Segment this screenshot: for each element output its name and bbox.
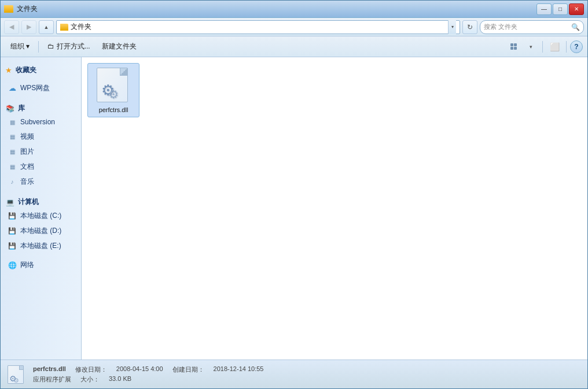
forward-button[interactable]: ▶: [21, 20, 36, 34]
sidebar: ★ 收藏夹 ☁ WPS网盘 📚 库: [1, 57, 82, 360]
computer-icon: 💻: [5, 198, 14, 207]
diskD-label: 本地磁盘 (D:): [20, 226, 61, 236]
view-button[interactable]: [505, 39, 521, 55]
subversion-label: Subversion: [20, 118, 55, 126]
toolbar: 组织 ▾ 🗀 打开方式... 新建文件夹 ▾ ⬜ ?: [1, 36, 587, 57]
address-text: 文件夹: [71, 22, 446, 32]
close-button[interactable]: ✕: [569, 3, 584, 15]
image-icon: ▦: [8, 147, 17, 157]
diskD-icon: 💾: [8, 227, 17, 236]
subversion-icon: ▦: [8, 117, 17, 127]
address-dropdown-btn[interactable]: ▾: [448, 20, 456, 34]
diskC-label: 本地磁盘 (C:): [20, 211, 61, 221]
cloud-icon: ☁: [8, 84, 17, 93]
search-placeholder: 搜索 文件夹: [484, 23, 568, 31]
status-file-icon: ⚙ ⚙: [8, 365, 26, 384]
search-button[interactable]: 🔍: [571, 23, 580, 32]
address-bar: ◀ ▶ ▲ 文件夹 ▾ ↻ 搜索 文件夹 🔍: [1, 18, 587, 36]
help-button[interactable]: ?: [570, 40, 583, 53]
view-dropdown-btn[interactable]: ▾: [523, 39, 539, 55]
sidebar-computer-header: 💻 计算机: [1, 194, 81, 208]
star-icon: ★: [5, 66, 12, 75]
minimize-button[interactable]: —: [536, 3, 552, 15]
video-icon: ▦: [8, 132, 17, 142]
status-filename: perfctrs.dll: [33, 365, 66, 374]
open-with-button[interactable]: 🗀 打开方式...: [42, 39, 95, 55]
address-folder-icon: [60, 24, 68, 31]
main-area: ★ 收藏夹 ☁ WPS网盘 📚 库: [1, 57, 587, 360]
status-meta-top: perfctrs.dll 修改日期： 2008-04-15 4:00 创建日期：…: [33, 365, 263, 374]
sidebar-item-subversion[interactable]: ▦ Subversion: [3, 115, 79, 129]
status-bar: ⚙ ⚙ perfctrs.dll 修改日期： 2008-04-15 4:00 创…: [1, 360, 587, 388]
status-gear2: ⚙: [13, 377, 19, 384]
sidebar-wps-section: ☁ WPS网盘: [1, 81, 81, 95]
sidebar-computer-section: 💻 计算机 💾 本地磁盘 (C:) 💾 本地磁盘 (D:): [1, 194, 81, 253]
sidebar-item-diskC[interactable]: 💾 本地磁盘 (C:): [3, 209, 79, 223]
back-button[interactable]: ◀: [4, 20, 19, 34]
music-label: 音乐: [20, 177, 34, 187]
sidebar-item-diskD[interactable]: 💾 本地磁盘 (D:): [3, 224, 79, 238]
diskC-icon: 💾: [8, 212, 17, 221]
status-info: perfctrs.dll 修改日期： 2008-04-15 4:00 创建日期：…: [33, 365, 263, 384]
status-modified-date: 2008-04-15 4:00: [116, 365, 163, 374]
organize-button[interactable]: 组织 ▾: [5, 39, 35, 55]
music-icon: ♪: [8, 177, 17, 187]
status-size-label: 大小：: [80, 375, 100, 384]
sidebar-item-video[interactable]: ▦ 视频: [3, 129, 79, 144]
status-created-label: 创建日期：: [172, 365, 204, 374]
file-name: perfctrs.dll: [99, 106, 128, 113]
sidebar-favorites-header: ★ 收藏夹: [1, 62, 81, 76]
sidebar-item-doc[interactable]: ▦ 文档: [3, 160, 79, 174]
computer-label: 计算机: [18, 197, 39, 207]
sidebar-item-diskE[interactable]: 💾 本地磁盘 (E:): [3, 239, 79, 253]
explorer-window: 文件夹 — □ ✕ ◀ ▶ ▲ 文件夹 ▾ ↻ 搜索 文件夹 🔍 组织 ▾ 🗀 …: [0, 0, 588, 389]
image-label: 图片: [20, 147, 34, 157]
sidebar-item-network[interactable]: 🌐 网络: [3, 258, 79, 272]
library-label: 库: [18, 103, 25, 113]
pane-button[interactable]: ⬜: [546, 39, 563, 55]
status-meta-bottom: 应用程序扩展 大小： 33.0 KB: [33, 375, 263, 384]
status-created-date: 2018-12-14 10:55: [214, 365, 264, 374]
title-bar: 文件夹 — □ ✕: [1, 1, 587, 18]
new-folder-button[interactable]: 新建文件夹: [97, 39, 142, 55]
favorites-label: 收藏夹: [16, 65, 36, 75]
content-area: ⚙ ⚙ perfctrs.dll: [82, 57, 587, 360]
sidebar-item-image[interactable]: ▦ 图片: [3, 145, 79, 159]
maximize-button[interactable]: □: [553, 3, 568, 15]
dll-file-icon: ⚙ ⚙: [97, 68, 130, 103]
window-title: 文件夹: [17, 4, 38, 14]
toolbar-sep-1: [38, 41, 39, 53]
video-label: 视频: [20, 132, 34, 142]
window-controls: — □ ✕: [536, 3, 584, 15]
toolbar-sep-2: [542, 41, 543, 53]
file-icon-container: ⚙ ⚙: [95, 67, 132, 104]
sidebar-item-wps[interactable]: ☁ WPS网盘: [3, 81, 79, 95]
address-path[interactable]: 文件夹 ▾: [56, 20, 460, 34]
sidebar-item-music[interactable]: ♪ 音乐: [3, 175, 79, 189]
sidebar-library-header: 📚 库: [1, 100, 81, 114]
title-folder-icon: [4, 5, 13, 13]
up-button[interactable]: ▲: [39, 20, 54, 34]
sidebar-library-section: 📚 库 ▦ Subversion ▦ 视频: [1, 100, 81, 189]
sidebar-favorites-section: ★ 收藏夹: [1, 62, 81, 76]
doc-icon: ▦: [8, 162, 17, 172]
library-icon: 📚: [5, 104, 14, 113]
gear2-icon: ⚙: [108, 88, 119, 100]
status-type: 应用程序扩展: [33, 375, 71, 384]
diskE-label: 本地磁盘 (E:): [20, 241, 61, 251]
status-modified-label: 修改日期：: [75, 365, 107, 374]
network-label: 网络: [20, 260, 34, 270]
file-item-perfctrs[interactable]: ⚙ ⚙ perfctrs.dll: [87, 63, 139, 117]
search-box: 搜索 文件夹 🔍: [480, 20, 584, 34]
diskE-icon: 💾: [8, 242, 17, 251]
title-bar-left: 文件夹: [4, 4, 38, 14]
toolbar-sep-3: [566, 41, 567, 53]
doc-label: 文档: [20, 162, 34, 172]
refresh-button[interactable]: ↻: [462, 20, 477, 34]
network-icon: 🌐: [8, 261, 17, 270]
sidebar-network-section: 🌐 网络: [1, 258, 81, 272]
status-size-value: 33.0 KB: [109, 375, 131, 384]
view-grid-icon: [510, 43, 517, 50]
wps-label: WPS网盘: [20, 83, 50, 93]
